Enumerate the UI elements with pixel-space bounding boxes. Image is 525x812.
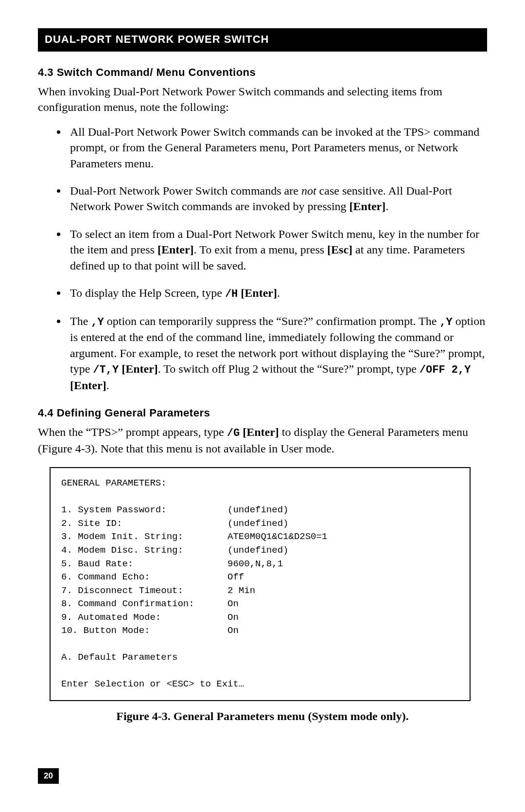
bullet-2-not: not (301, 184, 316, 197)
bullet-2-pre: Dual-Port Network Power Switch commands … (70, 184, 301, 197)
intro-enter: [Enter] (240, 426, 279, 438)
figure-4-3-text: GENERAL PARAMETERS: 1. System Password: … (61, 477, 459, 691)
bullet-5: The ,Y option can temporarily suppress t… (67, 313, 487, 394)
header-bar: DUAL-PORT NETWORK POWER SWITCH (38, 28, 487, 52)
page: DUAL-PORT NETWORK POWER SWITCH 4.3 Switc… (0, 0, 525, 812)
bullet-5-enter2: [Enter] (70, 379, 106, 392)
bullet-4-enter: [Enter] (238, 287, 277, 299)
bullet-1: All Dual-Port Network Power Switch comma… (67, 124, 487, 171)
bullet-4-pre: To display the Help Screen, type (70, 287, 225, 299)
bullet-5-y1: ,Y (91, 316, 104, 328)
section-4-4-intro: When the “TPS>” prompt appears, type /G … (38, 424, 487, 456)
bullet-4-post: . (277, 287, 280, 299)
bullet-5-post: . (106, 379, 109, 392)
section-4-3-intro: When invoking Dual-Port Network Power Sw… (38, 84, 487, 115)
bullet-2: Dual-Port Network Power Switch commands … (67, 183, 487, 215)
bullet-5-cmd2: /OFF 2,Y (420, 364, 471, 376)
bullet-5-y2: ,Y (439, 316, 452, 328)
bullet-2-post: . (385, 200, 388, 213)
figure-4-3-caption: Figure 4-3. General Parameters menu (Sys… (38, 710, 487, 723)
bullet-1-text: All Dual-Port Network Power Switch comma… (70, 126, 479, 170)
bullet-5-enter1: [Enter] (119, 362, 158, 375)
bullet-5-a: option can temporarily suppress the “Sur… (104, 315, 440, 327)
bullet-5-cmd1: /T,Y (93, 364, 119, 376)
bullet-4-cmd: /H (225, 288, 238, 300)
bullet-2-enter: [Enter] (350, 200, 386, 213)
header-title: DUAL-PORT NETWORK POWER SWITCH (45, 33, 269, 45)
bullet-3-esc: [Esc] (327, 243, 352, 256)
intro-pre: When the “TPS>” prompt appears, type (38, 426, 227, 438)
page-number: 20 (38, 768, 59, 784)
bullet-4: To display the Help Screen, type /H [Ent… (67, 285, 487, 302)
page-number-value: 20 (44, 771, 53, 780)
bullet-3: To select an item from a Dual-Port Netwo… (67, 226, 487, 273)
intro-cmd: /G (227, 427, 240, 439)
section-4-3-heading: 4.3 Switch Command/ Menu Conventions (38, 66, 487, 79)
bullet-3-enter: [Enter] (158, 243, 194, 256)
figure-4-3-box: GENERAL PARAMETERS: 1. System Password: … (50, 467, 471, 701)
bullet-5-c: . To switch off Plug 2 without the “Sure… (158, 362, 420, 375)
bullet-5-pre: The (70, 315, 91, 327)
bullet-3-mid: . To exit from a menu, press (194, 243, 328, 256)
section-4-4-heading: 4.4 Defining General Parameters (38, 407, 487, 419)
section-4-3-bullets: All Dual-Port Network Power Switch comma… (38, 124, 487, 393)
